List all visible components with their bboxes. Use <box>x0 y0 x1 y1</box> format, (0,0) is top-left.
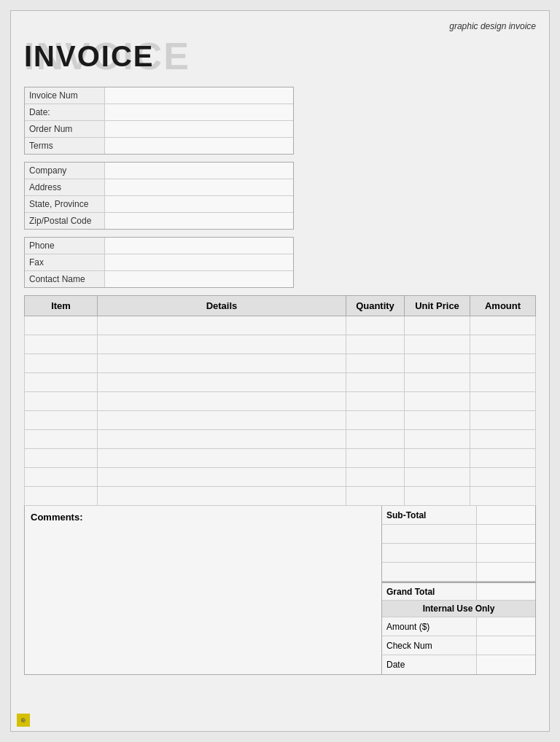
contact-name-value[interactable] <box>105 271 293 287</box>
table-cell-6-1[interactable] <box>98 430 346 449</box>
internal-use-header: Internal Use Only <box>382 601 535 617</box>
terms-row: Terms <box>25 138 293 154</box>
contact-info-section: Phone Fax Contact Name <box>24 237 294 288</box>
terms-value[interactable] <box>105 138 293 154</box>
fax-label: Fax <box>25 254 105 270</box>
table-cell-1-4[interactable] <box>470 335 536 354</box>
table-cell-2-1[interactable] <box>98 354 346 373</box>
table-cell-0-3[interactable] <box>405 316 470 335</box>
table-cell-0-1[interactable] <box>98 316 346 335</box>
extra-row-1 <box>382 525 535 544</box>
table-cell-5-1[interactable] <box>98 411 346 430</box>
table-cell-6-3[interactable] <box>405 430 470 449</box>
terms-label: Terms <box>25 138 105 154</box>
date-label: Date: <box>25 104 105 120</box>
phone-row: Phone <box>25 238 293 254</box>
table-cell-9-1[interactable] <box>98 487 346 506</box>
table-cell-3-4[interactable] <box>470 373 536 392</box>
table-cell-5-2[interactable] <box>346 411 405 430</box>
internal-date-value[interactable] <box>477 655 535 674</box>
table-cell-8-3[interactable] <box>405 468 470 487</box>
table-cell-4-1[interactable] <box>98 392 346 411</box>
table-cell-2-3[interactable] <box>405 354 470 373</box>
company-label: Company <box>25 163 105 179</box>
table-cell-4-0[interactable] <box>25 392 98 411</box>
table-cell-8-4[interactable] <box>470 468 536 487</box>
grand-total-value[interactable] <box>477 583 535 600</box>
table-cell-9-3[interactable] <box>405 487 470 506</box>
address-value[interactable] <box>105 179 293 195</box>
grand-total-row: Grand Total <box>382 582 535 601</box>
table-cell-6-2[interactable] <box>346 430 405 449</box>
date-row: Date: <box>25 104 293 121</box>
amount-value[interactable] <box>477 617 535 636</box>
table-cell-3-2[interactable] <box>346 373 405 392</box>
table-cell-8-1[interactable] <box>98 468 346 487</box>
table-cell-6-4[interactable] <box>470 430 536 449</box>
table-cell-4-3[interactable] <box>405 392 470 411</box>
table-cell-1-3[interactable] <box>405 335 470 354</box>
contact-name-label: Contact Name <box>25 271 105 287</box>
table-cell-6-0[interactable] <box>25 430 98 449</box>
col-header-item: Item <box>25 296 98 316</box>
table-cell-1-1[interactable] <box>98 335 346 354</box>
table-cell-9-2[interactable] <box>346 487 405 506</box>
table-cell-0-2[interactable] <box>346 316 405 335</box>
fax-value[interactable] <box>105 254 293 270</box>
document-subtitle: graphic design invoice <box>24 21 536 31</box>
table-row <box>25 373 536 392</box>
grand-total-label: Grand Total <box>382 583 477 600</box>
table-cell-0-4[interactable] <box>470 316 536 335</box>
address-row: Address <box>25 179 293 196</box>
items-table: Item Details Quantity Unit Price Amount <box>24 295 536 506</box>
check-num-label: Check Num <box>382 636 477 655</box>
invoice-title-area: INVOICE INVOICE <box>24 34 536 77</box>
phone-label: Phone <box>25 238 105 254</box>
order-num-label: Order Num <box>25 121 105 137</box>
date-value[interactable] <box>105 104 293 120</box>
col-header-amount: Amount <box>470 296 536 316</box>
phone-value[interactable] <box>105 238 293 254</box>
invoice-num-value[interactable] <box>105 87 293 104</box>
table-cell-7-0[interactable] <box>25 449 98 468</box>
table-cell-5-0[interactable] <box>25 411 98 430</box>
table-cell-9-0[interactable] <box>25 487 98 506</box>
order-num-value[interactable] <box>105 121 293 137</box>
company-value[interactable] <box>105 163 293 179</box>
subtotal-label: Sub-Total <box>382 506 477 524</box>
state-value[interactable] <box>105 196 293 212</box>
zip-label: Zip/Postal Code <box>25 213 105 229</box>
zip-row: Zip/Postal Code <box>25 213 293 229</box>
table-cell-7-1[interactable] <box>98 449 346 468</box>
table-cell-7-2[interactable] <box>346 449 405 468</box>
billing-info-section: Company Address State, Province Zip/Post… <box>24 162 294 230</box>
table-cell-8-0[interactable] <box>25 468 98 487</box>
table-cell-1-0[interactable] <box>25 335 98 354</box>
table-cell-3-1[interactable] <box>98 373 346 392</box>
zip-value[interactable] <box>105 213 293 229</box>
table-cell-5-4[interactable] <box>470 411 536 430</box>
table-cell-9-4[interactable] <box>470 487 536 506</box>
table-cell-5-3[interactable] <box>405 411 470 430</box>
table-cell-8-2[interactable] <box>346 468 405 487</box>
table-cell-2-4[interactable] <box>470 354 536 373</box>
table-cell-1-2[interactable] <box>346 335 405 354</box>
state-row: State, Province <box>25 196 293 213</box>
order-num-row: Order Num <box>25 121 293 138</box>
invoice-page: graphic design invoice INVOICE INVOICE I… <box>10 10 550 732</box>
table-cell-7-3[interactable] <box>405 449 470 468</box>
table-cell-3-0[interactable] <box>25 373 98 392</box>
table-cell-0-0[interactable] <box>25 316 98 335</box>
table-row <box>25 430 536 449</box>
table-cell-2-0[interactable] <box>25 354 98 373</box>
check-num-value[interactable] <box>477 636 535 655</box>
invoice-num-label: Invoice Num <box>25 87 105 104</box>
table-cell-3-3[interactable] <box>405 373 470 392</box>
table-cell-7-4[interactable] <box>470 449 536 468</box>
table-row <box>25 335 536 354</box>
table-cell-2-2[interactable] <box>346 354 405 373</box>
state-label: State, Province <box>25 196 105 212</box>
table-cell-4-4[interactable] <box>470 392 536 411</box>
table-cell-4-2[interactable] <box>346 392 405 411</box>
subtotal-value[interactable] <box>477 506 535 524</box>
